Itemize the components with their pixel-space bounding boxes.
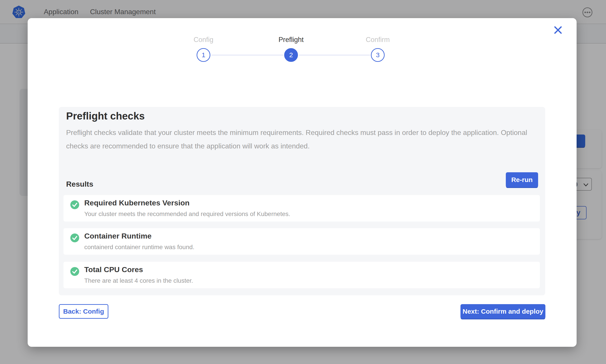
check-result-card: Required Kubernetes Version Your cluster…	[64, 195, 540, 221]
results-heading: Results	[66, 180, 93, 188]
check-title: Container Runtime	[84, 232, 152, 240]
stepper-step-config[interactable]: Config 1	[181, 36, 226, 62]
stepper-step-config-label: Config	[181, 36, 226, 44]
preflight-modal: Config 1 Preflight 2 Confirm 3 Preflight…	[28, 18, 577, 347]
stepper-step-preflight-label: Preflight	[269, 36, 313, 44]
check-pass-icon	[70, 200, 79, 209]
stepper-step-confirm-label: Confirm	[356, 36, 400, 44]
stepper-step-confirm[interactable]: Confirm 3	[356, 36, 400, 62]
rerun-button[interactable]: Re-run	[506, 172, 538, 187]
panel-title: Preflight checks	[66, 110, 145, 122]
check-message: containerd container runtime was found.	[84, 244, 194, 251]
check-pass-icon	[70, 267, 79, 276]
close-modal-button[interactable]	[553, 25, 563, 35]
stepper-step-confirm-number: 3	[371, 48, 385, 62]
back-config-button[interactable]: Back: Config	[59, 304, 108, 319]
check-title: Total CPU Cores	[84, 265, 143, 274]
check-result-card: Total CPU Cores There are at least 4 cor…	[64, 262, 540, 288]
stepper-step-preflight-number: 2	[284, 48, 298, 62]
screen: Application Cluster Management 0 y v1.11…	[0, 0, 606, 364]
stepper-step-preflight[interactable]: Preflight 2	[269, 36, 313, 62]
close-icon	[553, 25, 563, 35]
check-result-card: Container Runtime containerd container r…	[64, 228, 540, 255]
check-pass-icon	[70, 234, 79, 242]
stepper-step-config-number: 1	[197, 48, 210, 62]
check-title: Required Kubernetes Version	[84, 199, 190, 207]
check-message: There are at least 4 cores in the cluste…	[84, 277, 193, 284]
next-confirm-deploy-button[interactable]: Next: Confirm and deploy	[460, 304, 545, 319]
panel-description: Preflight checks validate that your clus…	[66, 126, 537, 153]
preflight-panel: Preflight checks Preflight checks valida…	[59, 107, 545, 295]
check-message: Your cluster meets the recommended and r…	[84, 210, 290, 218]
